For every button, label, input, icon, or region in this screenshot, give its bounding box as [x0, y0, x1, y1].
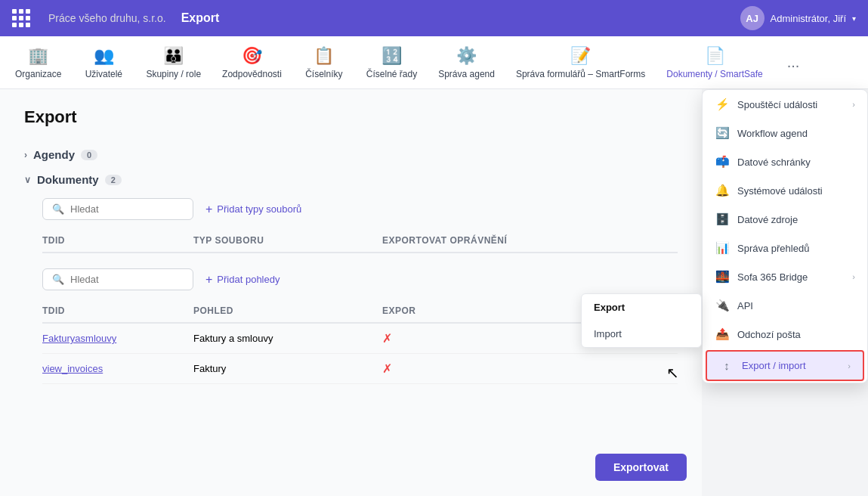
types-search-row: 🔍 + Přidat typy souborů	[42, 198, 678, 220]
search-icon: 🔍	[52, 274, 64, 285]
datove-zdroje-icon: 🗄️	[715, 212, 730, 226]
sidebar-item-ciselniky[interactable]: 📋 Číselníky	[294, 40, 354, 85]
plus-icon: +	[205, 203, 212, 216]
menu-item-sprava-prehledu[interactable]: 📊 Správa přehledů	[703, 234, 867, 262]
zodpovednosti-icon: 🎯	[242, 46, 262, 66]
menu-item-workflow-agend[interactable]: 🔄 Workflow agend	[703, 119, 867, 147]
views-search-box[interactable]: 🔍	[42, 268, 193, 290]
menu-item-label: Sofa 365 Bridge	[737, 271, 808, 283]
menu-item-label: Datové schránky	[737, 157, 811, 168]
col-export2: Expor	[382, 305, 458, 316]
export-button[interactable]: Exportovat	[595, 454, 687, 481]
menu-item-sofa-365-bridge[interactable]: 🌉 Sofa 365 Bridge ›	[703, 262, 867, 291]
sprava-formularu-icon: 📝	[570, 46, 591, 66]
menu-item-label: Odchozí pošta	[737, 329, 801, 340]
username: Administrátor, Jiří	[771, 13, 846, 24]
types-search-box[interactable]: 🔍	[42, 198, 193, 220]
api-icon: 🔌	[715, 299, 730, 312]
main-content: Export › Agendy 0 ∨ Dokumenty 2 🔍 + Přid…	[0, 89, 868, 496]
types-search-input[interactable]	[70, 203, 184, 215]
agendy-badge: 0	[81, 150, 97, 160]
sidebar-item-ciselne-rady[interactable]: 🔢 Číselné řady	[357, 40, 426, 85]
menu-item-systemove-udalosti[interactable]: 🔔 Systémové události	[703, 176, 867, 205]
row-export-view-invoices: ✗	[382, 361, 458, 376]
agendy-section-header[interactable]: › Agendy 0	[24, 142, 678, 167]
menu-item-label: Správa přehledů	[737, 243, 809, 254]
sidebar-item-sprava-agend[interactable]: ⚙️ Správa agend	[429, 40, 504, 85]
sidebar-item-skupiny[interactable]: 👪 Skupiny / role	[137, 40, 210, 85]
sidebar-item-label: Číselné řady	[366, 69, 417, 79]
workflow-icon: 🔄	[715, 126, 730, 140]
menu-item-spousteci-udalosti[interactable]: ⚡ Spouštěcí události ›	[703, 90, 867, 119]
menu-item-datove-zdroje[interactable]: 🗄️ Datové zdroje	[703, 205, 867, 234]
menu-item-label: Export / import	[742, 360, 806, 371]
avatar: AJ	[740, 6, 765, 30]
sprava-prehledu-icon: 📊	[715, 241, 730, 255]
views-search-row: 🔍 + Přidat pohledy	[42, 268, 678, 290]
sub-menu-item-import[interactable]: Import	[582, 321, 701, 347]
sidebar-item-uzivatele[interactable]: 👥 Uživatelé	[73, 40, 134, 85]
dokumenty-chevron-icon: ∨	[24, 175, 31, 185]
sidebar-item-sprava-formularu[interactable]: 📝 Správa formulářů – SmartForms	[507, 40, 654, 85]
sub-menu-item-export[interactable]: Export	[582, 294, 701, 321]
types-table-header: TdId Typ souboru Exportovat oprávnění	[42, 229, 678, 253]
organizace-icon: 🏢	[28, 46, 48, 66]
systemove-udalosti-icon: 🔔	[715, 184, 730, 197]
add-types-label: Přidat typy souborů	[217, 203, 301, 215]
ciselne-rady-icon: 🔢	[381, 46, 402, 66]
sidebar-item-zodpovednosti[interactable]: 🎯 Zodpovědnosti	[213, 40, 291, 85]
chevron-down-icon: ▾	[852, 14, 856, 23]
row-tdid-view-invoices[interactable]: view_invoices	[42, 363, 193, 374]
sidebar-item-organizace[interactable]: 🏢 Organizace	[6, 40, 70, 85]
table-row: view_invoices Faktury ✗	[42, 354, 678, 384]
col-tdid: TdId	[42, 235, 193, 246]
sub-dropdown-export-import: Export Import	[581, 293, 702, 348]
menu-item-api[interactable]: 🔌 API	[703, 291, 867, 320]
agendy-chevron-icon: ›	[24, 150, 27, 160]
dokumenty-icon: 📄	[705, 46, 725, 66]
menu-item-export-import[interactable]: ↕️ Export / import ›	[706, 350, 864, 381]
row-export-fakturyasmlouvy: ✗	[382, 331, 458, 346]
uzivatele-icon: 👥	[94, 46, 114, 66]
col-typ-souboru: Typ souboru	[193, 235, 382, 246]
row-tdid-fakturyasmlouvy[interactable]: Fakturyasmlouvy	[42, 333, 193, 344]
menu-item-label: Spouštěcí události	[737, 99, 817, 110]
company-name: Práce všeho druhu, s.r.o.	[48, 12, 166, 24]
menu-item-label: Systémové události	[737, 185, 823, 197]
sidebar-item-label: Organizace	[15, 69, 61, 79]
export-import-icon: ↕️	[719, 359, 734, 372]
add-views-label: Přidat pohledy	[217, 274, 280, 285]
menu-item-odchozi-posta[interactable]: 📤 Odchozí pošta	[703, 320, 867, 349]
agendy-label: Agendy	[33, 148, 75, 161]
dokumenty-section-header[interactable]: ∨ Dokumenty 2	[24, 167, 678, 192]
sidebar-item-label: Správa formulářů – SmartForms	[516, 69, 645, 79]
more-menu-button[interactable]: ...	[775, 48, 812, 77]
sidebar-item-label: Dokumenty / SmartSafe	[666, 69, 762, 79]
topbar: Práce všeho druhu, s.r.o. Export AJ Admi…	[0, 0, 868, 36]
dokumenty-label: Dokumenty	[37, 173, 99, 186]
views-search-input[interactable]	[70, 274, 184, 285]
menu-item-label: Datové zdroje	[737, 214, 798, 225]
apps-grid-icon[interactable]	[12, 9, 30, 27]
add-types-button[interactable]: + Přidat typy souborů	[205, 203, 301, 216]
sidebar-item-dokumenty[interactable]: 📄 Dokumenty / SmartSafe	[657, 40, 771, 85]
datove-schranky-icon: 📫	[715, 155, 730, 169]
secondary-nav: 🏢 Organizace 👥 Uživatelé 👪 Skupiny / rol…	[0, 36, 868, 89]
skupiny-icon: 👪	[163, 46, 184, 66]
user-menu[interactable]: AJ Administrátor, Jiří ▾	[740, 6, 856, 30]
sidebar-item-label: Zodpovědnosti	[222, 69, 282, 79]
ciselniky-icon: 📋	[314, 46, 334, 66]
sidebar-item-label: Skupiny / role	[146, 69, 201, 79]
col-export: Exportovat oprávnění	[382, 235, 533, 246]
sofa-bridge-icon: 🌉	[715, 270, 730, 284]
plus-icon: +	[205, 273, 212, 287]
col-tdid2: TdId	[42, 305, 193, 316]
add-views-button[interactable]: + Přidat pohledy	[205, 273, 280, 287]
chevron-right-icon: ›	[852, 272, 855, 281]
page-title: Export	[24, 107, 678, 127]
dokumenty-subsection: 🔍 + Přidat typy souborů TdId Typ souboru…	[42, 198, 678, 384]
spousteci-udalosti-icon: ⚡	[715, 98, 730, 111]
dokumenty-badge: 2	[105, 175, 122, 185]
search-icon: 🔍	[52, 203, 64, 215]
menu-item-datove-schranky[interactable]: 📫 Datové schránky	[703, 147, 867, 176]
